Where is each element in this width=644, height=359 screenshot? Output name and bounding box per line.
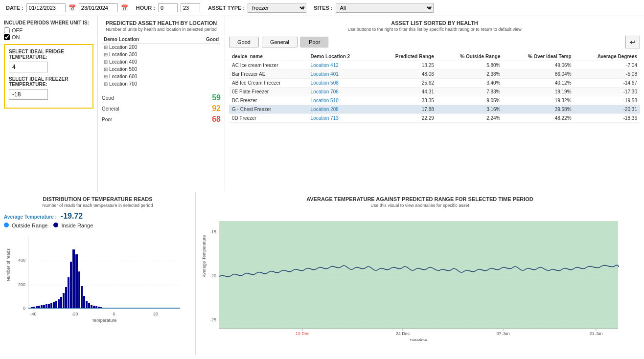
general-summary-value: 92 xyxy=(212,104,221,113)
hour-from-input[interactable] xyxy=(158,3,178,12)
avg-temp-value: -19.72 xyxy=(61,212,83,221)
calendar-from-icon[interactable]: 📅 xyxy=(69,4,76,11)
expand-icon[interactable]: ⊞ xyxy=(104,52,108,57)
predicted-cell: 13.25 xyxy=(373,61,437,70)
location-name: Location 700 xyxy=(109,81,137,87)
svg-rect-38 xyxy=(95,306,97,308)
svg-rect-15 xyxy=(38,306,40,308)
outside-cell: 7.83% xyxy=(437,88,504,96)
filter-general-button[interactable]: General xyxy=(262,37,298,47)
refresh-button[interactable]: ↩ xyxy=(625,36,640,48)
health-summary: Good 59 General 92 Poor 68 xyxy=(102,93,221,124)
on-checkbox-row: ON xyxy=(4,34,93,40)
location-row[interactable]: ⊞Location 500 xyxy=(102,66,221,73)
svg-text:10 Dec: 10 Dec xyxy=(296,331,310,336)
on-checkbox[interactable] xyxy=(4,34,10,40)
avg-cell: -17.30 xyxy=(575,88,640,96)
avg-cell: -14.67 xyxy=(575,79,640,88)
svg-text:24 Dec: 24 Dec xyxy=(396,331,410,336)
svg-rect-14 xyxy=(36,306,38,308)
health-location-table: Demo Location Good ⊞Location 200⊞Locatio… xyxy=(102,36,221,88)
expand-icon[interactable]: ⊞ xyxy=(104,45,108,50)
ideal-cell: 49.06% xyxy=(503,61,574,70)
avg-cell: -5.08 xyxy=(575,70,640,79)
location-name: Location 300 xyxy=(109,52,137,57)
location-row[interactable]: ⊞Location 600 xyxy=(102,73,221,80)
location-link[interactable]: Location 508 xyxy=(311,80,339,86)
filter-good-button[interactable]: Good xyxy=(229,37,259,47)
svg-rect-16 xyxy=(41,305,43,308)
col-ideal-header: % Over Ideal Temp xyxy=(503,52,574,61)
dist-subtitle: Number of reads for each temperature in … xyxy=(4,203,191,208)
outside-range-legend: Outside Range xyxy=(4,223,47,228)
table-row[interactable]: G - Chest Freezer Location 208 17.88 3.1… xyxy=(229,105,640,114)
avg-temp-label: Average Temperature : xyxy=(4,214,57,220)
legend-row: Outside Range Inside Range xyxy=(4,223,191,228)
svg-text:0: 0 xyxy=(23,306,25,311)
freezer-input[interactable] xyxy=(9,89,48,100)
svg-rect-13 xyxy=(33,307,35,308)
svg-text:21 Jan: 21 Jan xyxy=(589,331,602,336)
ideal-cell: 19.19% xyxy=(503,88,574,96)
expand-icon[interactable]: ⊞ xyxy=(104,81,108,87)
expand-icon[interactable]: ⊞ xyxy=(104,67,108,72)
location-link[interactable]: Location 412 xyxy=(311,63,339,68)
calendar-to-icon[interactable]: 📅 xyxy=(121,4,128,11)
asset-filter-buttons: Good General Poor ↩ xyxy=(229,36,640,48)
asset-type-select[interactable]: freezer xyxy=(248,3,306,13)
svg-rect-33 xyxy=(83,296,85,308)
date-to-input[interactable] xyxy=(79,3,118,12)
predicted-cell: 33.35 xyxy=(373,96,437,105)
location-row[interactable]: ⊞Location 700 xyxy=(102,80,221,88)
inside-range-legend: Inside Range xyxy=(53,223,93,228)
off-checkbox[interactable] xyxy=(4,27,10,33)
table-row[interactable]: AC Ice cream freezer Location 412 13.25 … xyxy=(229,61,640,70)
sites-select[interactable]: All xyxy=(336,3,434,13)
outside-cell: 2.24% xyxy=(437,114,504,123)
svg-text:Average Temperature: Average Temperature xyxy=(202,235,207,277)
outside-cell: 2.38% xyxy=(437,70,504,79)
ideal-cell: 19.32% xyxy=(503,96,574,105)
svg-rect-25 xyxy=(63,293,65,308)
asset-panel-title: ASSET LIST SORTED BY HEALTH xyxy=(229,20,640,26)
svg-rect-32 xyxy=(81,286,83,308)
asset-table: device_name Demo Location 2 Predicted Ra… xyxy=(229,52,640,123)
location-name: Location 600 xyxy=(109,74,137,79)
device-name-cell: 0D Freezer xyxy=(229,114,308,123)
predicted-cell: 44.31 xyxy=(373,88,437,96)
location-row[interactable]: ⊞Location 400 xyxy=(102,58,221,66)
col-device-header: device_name xyxy=(229,52,308,61)
location-cell: Location 508 xyxy=(308,79,373,88)
location-link[interactable]: Location 208 xyxy=(311,107,339,112)
expand-icon[interactable]: ⊞ xyxy=(104,74,108,79)
filter-poor-button[interactable]: Poor xyxy=(300,37,328,47)
svg-rect-20 xyxy=(50,303,52,308)
fridge-input[interactable] xyxy=(9,62,48,72)
svg-rect-36 xyxy=(91,305,92,308)
location-cell: Location 412 xyxy=(308,61,373,70)
location-link[interactable]: Location 401 xyxy=(311,71,339,77)
general-summary-label: General xyxy=(102,106,119,112)
hour-to-input[interactable] xyxy=(181,3,200,12)
location-link[interactable]: Location 706 xyxy=(311,89,339,94)
avg-temp-title: AVERAGE TEMPERATURE AGAINST PREDICTED RA… xyxy=(200,196,640,202)
location-row[interactable]: ⊞Location 200 xyxy=(102,44,221,51)
expand-icon[interactable]: ⊞ xyxy=(104,59,108,65)
outside-range-dot xyxy=(4,223,9,227)
outside-cell: 5.80% xyxy=(437,61,504,70)
svg-rect-23 xyxy=(58,299,60,308)
table-row[interactable]: 0D Freezer Location 713 22.29 2.24% 48.2… xyxy=(229,114,640,123)
table-row[interactable]: AB Ice Cream Freezer Location 508 25.62 … xyxy=(229,79,640,88)
location-link[interactable]: Location 713 xyxy=(311,115,339,121)
location-link[interactable]: Location 510 xyxy=(311,98,339,103)
date-from-input[interactable] xyxy=(26,3,66,12)
poor-summary-label: Poor xyxy=(102,117,112,122)
main-content: INCLUDE PERIODS WHERE UNIT IS: OFF ON SE… xyxy=(0,16,644,355)
hour-group: HOUR : xyxy=(136,3,200,12)
location-row[interactable]: ⊞Location 300 xyxy=(102,51,221,58)
table-row[interactable]: Bar Freezer AE Location 401 48.06 2.38% … xyxy=(229,70,640,79)
fridge-label: SELECT IDEAL FRIDGE TEMPERATURE: xyxy=(9,49,89,60)
col-location-header: Demo Location 2 xyxy=(308,52,373,61)
table-row[interactable]: 0E Plate Freezer Location 706 44.31 7.83… xyxy=(229,88,640,96)
table-row[interactable]: BC Freezer Location 510 33.35 9.05% 19.3… xyxy=(229,96,640,105)
